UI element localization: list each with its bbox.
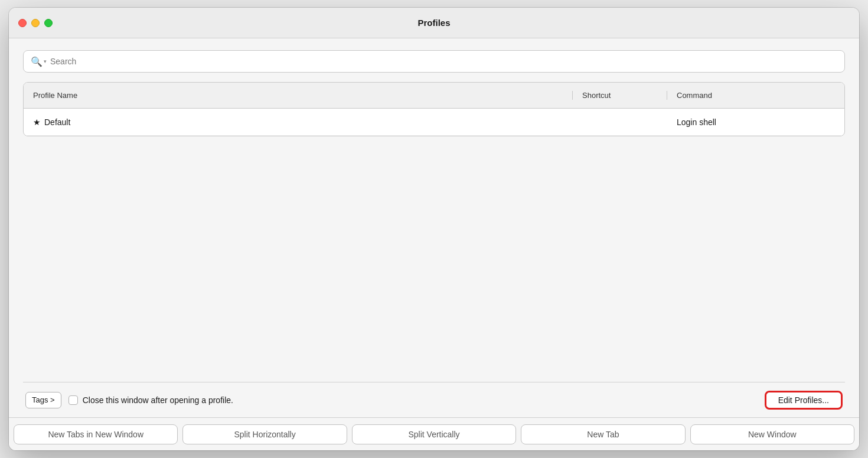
split-vertically-button[interactable]: Split Vertically: [352, 424, 516, 444]
header-profile-name: Profile Name: [24, 91, 573, 100]
row-profile-name: ★ Default: [24, 117, 573, 127]
table-area: Profile Name Shortcut Command ★ Default …: [23, 82, 845, 372]
new-tab-button[interactable]: New Tab: [521, 424, 685, 444]
close-window-checkbox-label[interactable]: Close this window after opening a profil…: [68, 395, 233, 405]
tags-button[interactable]: Tags >: [25, 392, 61, 408]
search-container: 🔍 ▾: [23, 50, 845, 73]
table-row[interactable]: ★ Default Login shell: [24, 109, 844, 136]
new-window-button[interactable]: New Window: [690, 424, 854, 444]
window-title: Profiles: [417, 18, 450, 28]
minimize-button[interactable]: [31, 19, 40, 27]
main-content: 🔍 ▾ Profile Name Shortcut Command: [9, 38, 859, 417]
header-command: Command: [667, 91, 844, 100]
close-button[interactable]: [18, 19, 27, 27]
search-icon: 🔍 ▾: [31, 56, 47, 67]
default-star-icon: ★: [33, 117, 41, 127]
row-command: Login shell: [667, 117, 844, 127]
table-body: ★ Default Login shell: [24, 109, 844, 136]
bottom-bar: Tags > Close this window after opening a…: [23, 382, 845, 417]
close-window-checkbox[interactable]: [68, 395, 78, 405]
traffic-lights: [18, 19, 53, 27]
header-shortcut: Shortcut: [573, 91, 667, 100]
search-chevron-icon: ▾: [44, 58, 47, 64]
profiles-table: Profile Name Shortcut Command ★ Default …: [23, 82, 845, 136]
footer: New Tabs in New Window Split Horizontall…: [9, 417, 859, 450]
close-window-label-text: Close this window after opening a profil…: [83, 395, 233, 405]
search-bar: 🔍 ▾: [23, 50, 845, 73]
edit-profiles-button[interactable]: Edit Profiles...: [765, 391, 843, 410]
maximize-button[interactable]: [44, 19, 53, 27]
search-input[interactable]: [50, 57, 837, 66]
new-tabs-new-window-button[interactable]: New Tabs in New Window: [14, 424, 178, 444]
split-horizontally-button[interactable]: Split Horizontally: [182, 424, 347, 444]
titlebar: Profiles: [9, 8, 859, 38]
table-header: Profile Name Shortcut Command: [24, 83, 844, 109]
main-window: Profiles 🔍 ▾ Profile Name Shortcut Comma…: [9, 8, 859, 450]
profile-name-value: Default: [44, 117, 70, 127]
